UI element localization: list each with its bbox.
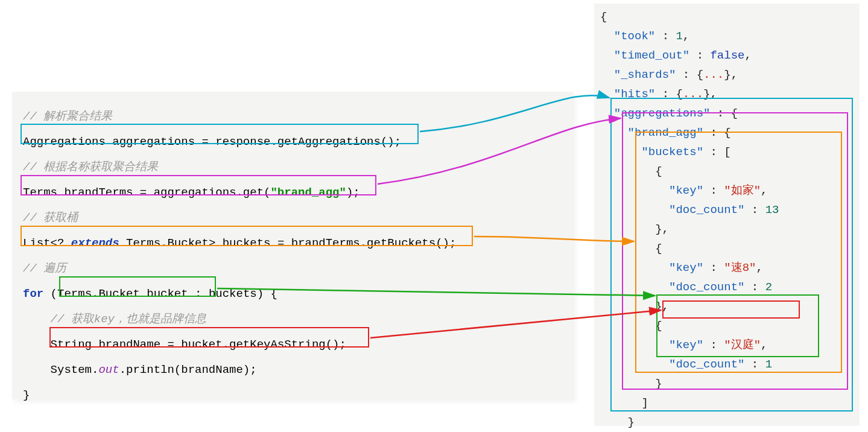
json-timed-out: "timed_out" : false,	[600, 46, 854, 65]
comment-get-by-name: // 根据名称获取聚合结果	[23, 154, 562, 180]
json-buckets-close: ]	[600, 393, 854, 413]
json-took: "took" : 1,	[600, 27, 854, 46]
json-buckets: "buckets" : [	[600, 142, 854, 162]
json-bucket3-key: "key" : "汉庭",	[600, 335, 854, 355]
comment-get-key: // 获取key，也就是品牌信息	[23, 307, 562, 332]
json-brand-close: }	[600, 413, 854, 432]
json-aggregations: "aggregations" : {	[600, 104, 854, 123]
json-bucket1-doc: "doc_count" : 13	[600, 200, 854, 220]
json-bucket3-close: }	[600, 374, 854, 393]
line-get-terms: Terms brandTerms = aggregations.get("bra…	[23, 180, 562, 205]
line-get-buckets: List<? extends Terms.Bucket> buckets = b…	[23, 230, 562, 256]
line-for-loop: for (Terms.Bucket bucket : buckets) {	[23, 281, 562, 307]
java-code-panel: // 解析聚合结果 Aggregations aggregations = re…	[12, 92, 573, 399]
json-brand-agg: "brand_agg" : {	[600, 123, 854, 142]
json-bucket2-doc: "doc_count" : 2	[600, 278, 854, 297]
json-open: {	[600, 7, 854, 27]
json-bucket1-open: {	[600, 162, 854, 181]
json-bucket2-key: "key" : "速8",	[600, 258, 854, 278]
comment-parse-agg: // 解析聚合结果	[23, 104, 562, 129]
json-bucket2-close: },	[600, 297, 854, 316]
line-get-aggregations: Aggregations aggregations = response.get…	[23, 129, 562, 154]
json-bucket2-open: {	[600, 239, 854, 258]
json-bucket3-open: {	[600, 316, 854, 335]
line-close-brace: }	[23, 383, 562, 408]
json-bucket3-doc: "doc_count" : 1	[600, 355, 854, 374]
json-bucket1-key: "key" : "如家",	[600, 181, 854, 200]
line-get-key-as-string: String brandName = bucket.getKeyAsString…	[23, 332, 562, 357]
json-bucket1-close: },	[600, 220, 854, 239]
comment-iterate: // 遍历	[23, 256, 562, 281]
json-hits: "hits" : {...},	[600, 84, 854, 104]
line-println: System.out.println(brandName);	[23, 357, 562, 383]
json-response-panel: { "took" : 1, "timed_out" : false, "_sha…	[594, 4, 860, 426]
json-shards: "_shards" : {...},	[600, 65, 854, 84]
comment-get-buckets: // 获取桶	[23, 205, 562, 230]
diagram-container: // 解析聚合结果 Aggregations aggregations = re…	[0, 0, 868, 432]
